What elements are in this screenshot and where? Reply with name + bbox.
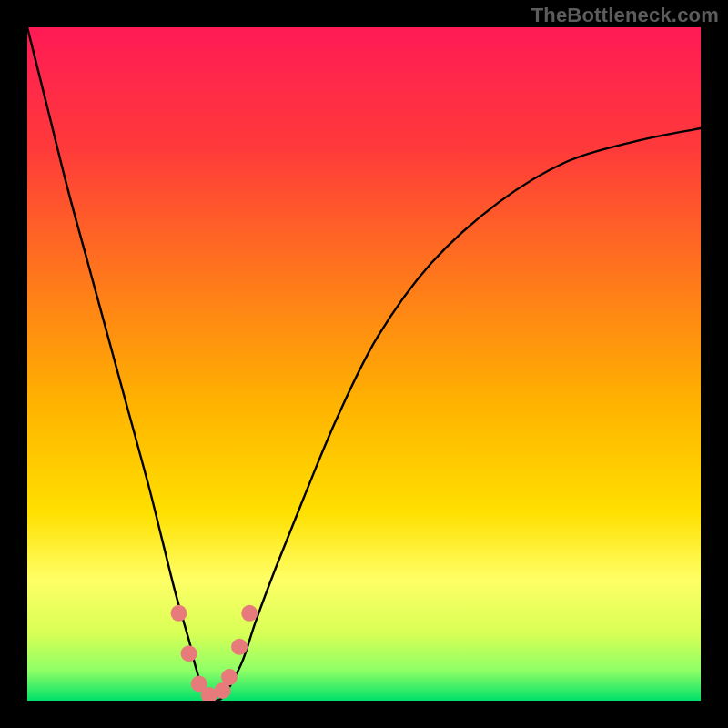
highlight-point [241, 605, 258, 622]
gradient-background [27, 27, 701, 701]
bottleneck-chart [27, 27, 701, 701]
chart-frame: TheBottleneck.com [0, 0, 728, 728]
watermark-text: TheBottleneck.com [531, 4, 719, 27]
highlight-point [171, 605, 187, 622]
highlight-point [231, 639, 248, 655]
plot-area [27, 27, 701, 701]
highlight-point [181, 645, 197, 662]
highlight-point [221, 669, 238, 685]
